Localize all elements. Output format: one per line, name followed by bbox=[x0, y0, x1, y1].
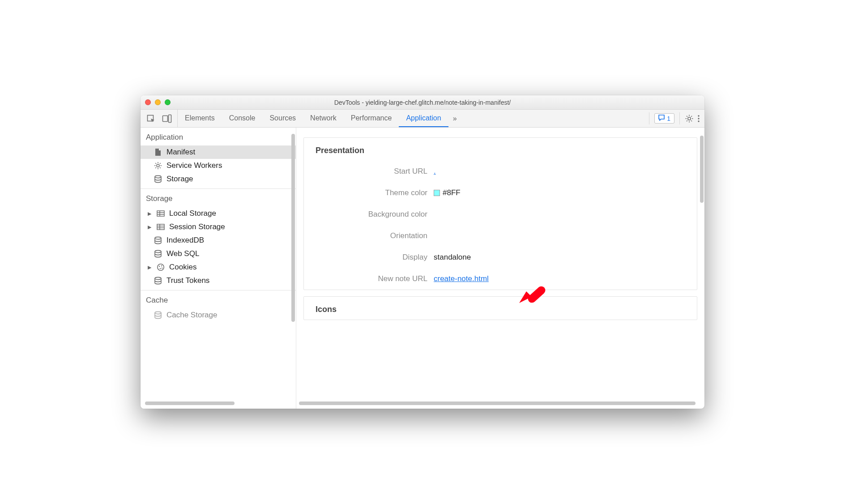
svg-line-8 bbox=[687, 116, 687, 117]
svg-point-38 bbox=[160, 268, 161, 269]
content-h-scrollbar[interactable] bbox=[299, 401, 696, 405]
svg-line-23 bbox=[155, 167, 156, 168]
tab-console[interactable]: Console bbox=[222, 110, 263, 127]
start-url-link[interactable]: . bbox=[434, 167, 436, 176]
sidebar-item-label: Manifest bbox=[166, 148, 195, 157]
sidebar-item-trust-tokens[interactable]: Trust Tokens bbox=[141, 274, 296, 287]
row-label: Start URL bbox=[304, 167, 434, 176]
sidebar-section-storage: Storage ▶ Local Storage ▶ Session Storag… bbox=[141, 189, 296, 290]
new-note-url-link[interactable]: create-note.html bbox=[434, 274, 489, 283]
svg-point-33 bbox=[155, 237, 161, 239]
sidebar-item-manifest[interactable]: Manifest bbox=[141, 145, 296, 159]
database-icon bbox=[153, 235, 163, 245]
tab-label: Application bbox=[406, 114, 441, 122]
sidebar-item-session-storage[interactable]: ▶ Session Storage bbox=[141, 220, 296, 234]
issues-button[interactable]: 1 bbox=[654, 113, 674, 124]
svg-point-12 bbox=[698, 115, 699, 116]
database-icon bbox=[153, 249, 163, 259]
row-value: standalone bbox=[434, 253, 471, 262]
svg-line-21 bbox=[160, 167, 161, 168]
issues-icon bbox=[658, 115, 665, 122]
sidebar-item-local-storage[interactable]: ▶ Local Storage bbox=[141, 207, 296, 220]
divider bbox=[649, 112, 649, 124]
row-display: Display standalone bbox=[304, 247, 697, 268]
svg-point-34 bbox=[155, 250, 161, 252]
sidebar: Application Manifest Service Workers Sto… bbox=[141, 128, 296, 409]
sidebar-section-application: Application Manifest Service Workers Sto… bbox=[141, 128, 296, 189]
svg-point-36 bbox=[159, 266, 160, 267]
row-new-note-url: New note URL create-note.html bbox=[304, 268, 697, 290]
sidebar-item-storage[interactable]: Storage bbox=[141, 172, 296, 186]
row-label: Display bbox=[304, 253, 434, 262]
row-theme-color: Theme color #8FF bbox=[304, 182, 697, 204]
color-swatch bbox=[434, 190, 440, 196]
row-label: Orientation bbox=[304, 231, 434, 240]
svg-point-35 bbox=[158, 264, 164, 270]
svg-line-20 bbox=[155, 163, 156, 164]
sidebar-item-service-workers[interactable]: Service Workers bbox=[141, 159, 296, 172]
content-scrollbar[interactable] bbox=[700, 136, 704, 203]
svg-point-14 bbox=[698, 120, 699, 122]
svg-point-37 bbox=[161, 265, 162, 266]
sidebar-item-web-sql[interactable]: Web SQL bbox=[141, 247, 296, 261]
tab-label: Performance bbox=[351, 114, 392, 122]
svg-rect-25 bbox=[157, 211, 164, 216]
inspect-element-icon[interactable] bbox=[146, 114, 156, 124]
panel-heading: Icons bbox=[304, 297, 697, 320]
tab-application[interactable]: Application bbox=[399, 110, 448, 127]
sidebar-item-indexeddb[interactable]: IndexedDB bbox=[141, 234, 296, 247]
svg-point-15 bbox=[157, 164, 159, 167]
sidebar-section-cache: Cache Cache Storage bbox=[141, 290, 296, 325]
settings-gear-icon[interactable] bbox=[685, 114, 694, 123]
devtools-window: DevTools - yielding-large-chef.glitch.me… bbox=[141, 95, 704, 409]
svg-line-11 bbox=[687, 120, 687, 121]
tabs-overflow-button[interactable]: » bbox=[448, 110, 461, 127]
disclosure-triangle-icon[interactable]: ▶ bbox=[147, 211, 152, 217]
svg-point-41 bbox=[155, 312, 161, 314]
sidebar-item-cache-storage[interactable]: Cache Storage bbox=[141, 308, 296, 322]
svg-point-39 bbox=[162, 268, 162, 269]
tab-network[interactable]: Network bbox=[303, 110, 344, 127]
svg-rect-29 bbox=[157, 224, 164, 230]
row-label: Background color bbox=[304, 210, 434, 219]
row-value: #8FF bbox=[443, 188, 461, 197]
tab-sources[interactable]: Sources bbox=[262, 110, 303, 127]
tab-label: Console bbox=[229, 114, 256, 122]
sidebar-scrollbar[interactable] bbox=[291, 134, 295, 322]
database-icon bbox=[153, 174, 163, 184]
sidebar-item-label: Cache Storage bbox=[166, 311, 217, 320]
svg-rect-2 bbox=[169, 115, 171, 122]
tab-label: Elements bbox=[185, 114, 215, 122]
svg-line-10 bbox=[691, 116, 692, 117]
svg-point-24 bbox=[155, 175, 161, 178]
table-icon bbox=[156, 209, 166, 218]
cookie-icon bbox=[156, 262, 166, 272]
gear-icon bbox=[153, 161, 163, 171]
window-titlebar: DevTools - yielding-large-chef.glitch.me… bbox=[141, 95, 704, 110]
file-icon bbox=[153, 147, 163, 157]
toggle-device-icon[interactable] bbox=[162, 114, 172, 124]
disclosure-triangle-icon[interactable]: ▶ bbox=[147, 224, 152, 230]
divider bbox=[679, 112, 680, 124]
database-icon bbox=[153, 276, 163, 286]
section-title: Application bbox=[141, 131, 296, 145]
issues-count: 1 bbox=[667, 115, 670, 122]
svg-line-22 bbox=[160, 163, 161, 164]
svg-line-9 bbox=[691, 120, 692, 121]
sidebar-item-label: Service Workers bbox=[166, 161, 222, 170]
more-options-icon[interactable] bbox=[697, 114, 700, 123]
sidebar-item-cookies[interactable]: ▶ Cookies bbox=[141, 261, 296, 274]
devtools-toolbar: Elements Console Sources Network Perform… bbox=[141, 110, 704, 128]
tab-elements[interactable]: Elements bbox=[178, 110, 222, 127]
tab-label: Network bbox=[310, 114, 337, 122]
disclosure-triangle-icon[interactable]: ▶ bbox=[147, 265, 152, 270]
window-title: DevTools - yielding-large-chef.glitch.me… bbox=[141, 99, 704, 106]
table-icon bbox=[156, 222, 166, 232]
tab-label: Sources bbox=[269, 114, 296, 122]
sidebar-item-label: Session Storage bbox=[169, 222, 225, 231]
svg-point-3 bbox=[688, 117, 691, 120]
row-start-url: Start URL . bbox=[304, 161, 697, 182]
row-label: Theme color bbox=[304, 188, 434, 197]
tab-performance[interactable]: Performance bbox=[344, 110, 399, 127]
sidebar-h-scrollbar[interactable] bbox=[145, 401, 235, 405]
